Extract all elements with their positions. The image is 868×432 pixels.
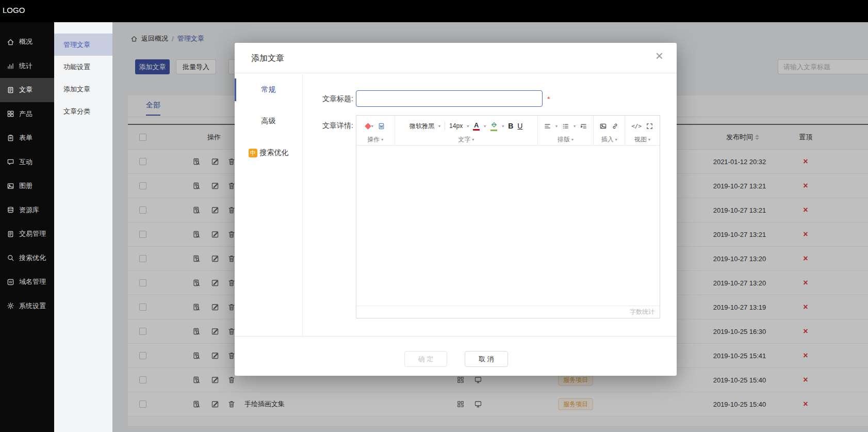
pc-preview-button[interactable] (474, 400, 482, 408)
edit-button[interactable] (211, 206, 219, 214)
preview-button[interactable] (192, 206, 201, 214)
list-button[interactable] (562, 122, 569, 130)
sidebar-item-album[interactable]: 图册 (0, 174, 54, 198)
pinned-mark[interactable]: × (790, 399, 821, 409)
pc-preview-button[interactable] (474, 376, 482, 384)
import-doc-button[interactable] (378, 122, 385, 130)
close-icon[interactable]: × (656, 49, 663, 62)
sidebar-item-trade[interactable]: 交易管理 (0, 222, 54, 246)
modal-tab-advanced[interactable]: 高级 (235, 110, 302, 133)
sidebar-item-product[interactable]: 产品 (0, 102, 54, 126)
pinned-mark[interactable]: × (790, 327, 821, 336)
submenu-item-feature-settings[interactable]: 功能设置 (54, 56, 112, 78)
preview-button[interactable] (192, 157, 201, 166)
submenu-item-manage-articles[interactable]: 管理文章 (54, 34, 112, 56)
edit-button[interactable] (211, 230, 219, 238)
qrcode-button[interactable] (456, 400, 465, 408)
preview-button[interactable] (192, 254, 201, 263)
edit-button[interactable] (211, 279, 219, 287)
font-size-dropdown[interactable]: 14px (449, 122, 463, 130)
font-family-dropdown[interactable]: 微软雅黑 (410, 122, 434, 131)
sidebar-item-stats[interactable]: 统计 (0, 54, 54, 78)
underline-button[interactable]: U (517, 122, 522, 130)
edit-button[interactable] (211, 400, 219, 408)
row-checkbox[interactable] (139, 376, 146, 383)
pinned-mark[interactable]: × (790, 375, 821, 385)
pinned-mark[interactable]: × (790, 302, 821, 312)
editor-content[interactable] (356, 146, 660, 306)
tab-all[interactable]: 全部 (146, 101, 160, 116)
operate-dropdown[interactable]: 操作▾ (356, 134, 395, 145)
row-checkbox[interactable] (139, 206, 146, 214)
edit-button[interactable] (211, 182, 219, 190)
edit-button[interactable] (211, 376, 219, 384)
font-color-button[interactable]: A (473, 122, 480, 131)
breadcrumb-back-link[interactable]: 返回概况 (141, 34, 168, 43)
source-code-button[interactable]: </> (631, 123, 642, 130)
row-checkbox[interactable] (139, 182, 146, 189)
preview-button[interactable] (192, 400, 201, 408)
indent-button[interactable] (580, 122, 587, 130)
batch-import-button[interactable]: 批量导入 (176, 59, 216, 74)
bold-button[interactable]: B (508, 122, 513, 130)
sidebar-item-interact[interactable]: 互动 (0, 150, 54, 174)
preview-button[interactable] (192, 303, 201, 311)
text-dropdown[interactable]: 文字▾ (395, 134, 537, 145)
header-publish-time[interactable]: 发布时间 (698, 133, 781, 142)
edit-button[interactable] (211, 351, 219, 360)
sidebar-item-domain[interactable]: W域名管理 (0, 270, 54, 294)
preview-button[interactable] (192, 327, 201, 335)
format-clear-button[interactable]: ▾ (366, 124, 373, 129)
sidebar-item-seo[interactable]: 搜索优化 (0, 246, 54, 270)
sidebar-item-home[interactable]: 概况 (0, 30, 54, 54)
view-dropdown[interactable]: 视图▾ (625, 134, 660, 145)
row-checkbox[interactable] (139, 158, 146, 165)
row-checkbox[interactable] (139, 279, 146, 286)
search-input[interactable] (778, 59, 868, 74)
pinned-mark[interactable]: × (790, 230, 821, 239)
link-button[interactable] (611, 122, 619, 130)
sort-carets-icon[interactable] (755, 135, 759, 140)
edit-button[interactable] (211, 327, 219, 335)
modal-tab-general[interactable]: 常规 (235, 78, 302, 101)
preview-button[interactable] (192, 351, 201, 360)
cancel-button[interactable]: 取 消 (465, 351, 508, 367)
sidebar-item-form[interactable]: 表单 (0, 126, 54, 150)
sidebar-item-settings[interactable]: 系统设置 (0, 294, 54, 318)
pinned-mark[interactable]: × (790, 254, 821, 263)
pinned-mark[interactable]: × (790, 205, 821, 215)
pinned-mark[interactable]: × (790, 157, 821, 166)
image-button[interactable] (599, 122, 607, 130)
submenu-item-article-categories[interactable]: 文章分类 (54, 100, 112, 122)
row-checkbox[interactable] (139, 328, 146, 335)
modal-tab-seo[interactable]: 中搜索优化 (235, 141, 302, 164)
align-button[interactable] (544, 122, 551, 130)
insert-dropdown[interactable]: 插入▾ (594, 134, 625, 145)
submenu-item-add-article[interactable]: 添加文章 (54, 78, 112, 100)
pinned-mark[interactable]: × (790, 278, 821, 287)
sidebar-item-article[interactable]: 文章 (0, 78, 54, 102)
pinned-mark[interactable]: × (790, 351, 821, 360)
confirm-button[interactable]: 确 定 (404, 351, 447, 367)
preview-button[interactable] (192, 230, 201, 238)
pinned-mark[interactable]: × (790, 181, 821, 190)
preview-button[interactable] (192, 279, 201, 287)
article-title-input[interactable] (356, 90, 543, 107)
row-checkbox[interactable] (139, 303, 146, 311)
highlight-color-button[interactable] (490, 121, 498, 131)
row-checkbox[interactable] (139, 352, 146, 359)
row-checkbox[interactable] (139, 231, 146, 238)
preview-button[interactable] (192, 182, 201, 190)
add-article-button[interactable]: 添加文章 (135, 59, 170, 74)
delete-button[interactable] (227, 376, 236, 384)
select-all-checkbox[interactable] (139, 134, 146, 141)
row-checkbox[interactable] (139, 255, 146, 262)
qrcode-button[interactable] (456, 376, 465, 384)
home-icon[interactable] (130, 35, 138, 42)
row-checkbox[interactable] (139, 401, 146, 408)
edit-button[interactable] (211, 157, 219, 166)
sidebar-item-resource[interactable]: 资源库 (0, 198, 54, 222)
layout-dropdown[interactable]: 排版▾ (538, 134, 594, 145)
fullscreen-button[interactable] (646, 122, 653, 130)
preview-button[interactable] (192, 376, 201, 384)
